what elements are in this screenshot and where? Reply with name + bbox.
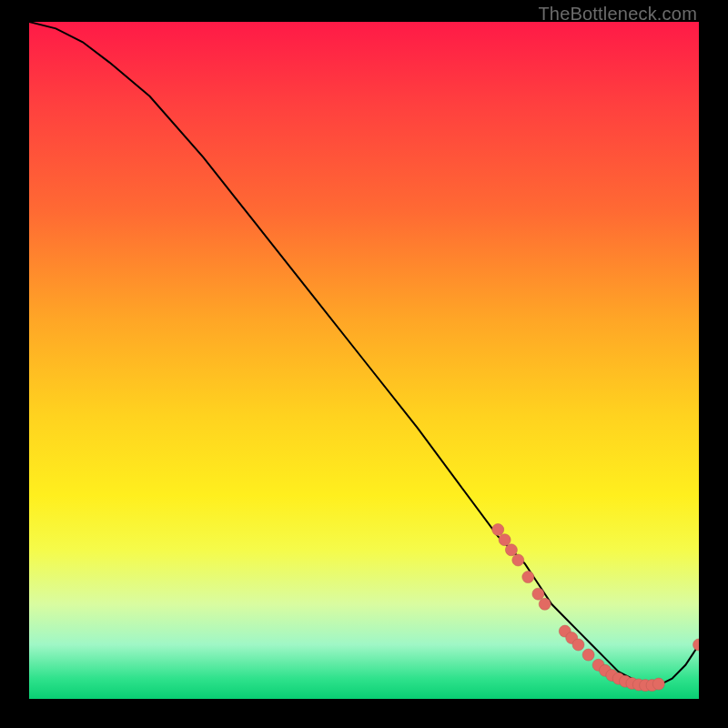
data-marker: [572, 639, 584, 651]
data-marker: [512, 554, 524, 566]
data-marker: [532, 588, 544, 600]
data-marker: [539, 598, 551, 610]
chart-container: TheBottleneck.com: [0, 0, 728, 728]
data-marker: [499, 534, 511, 546]
data-marker: [652, 678, 664, 690]
data-marker: [505, 544, 517, 556]
watermark-text: TheBottleneck.com: [538, 4, 697, 25]
curve-layer: [29, 22, 699, 699]
main-curve: [29, 22, 699, 685]
data-marker: [522, 571, 534, 583]
data-marker: [492, 524, 504, 536]
plot-area: [29, 22, 699, 699]
data-marker: [693, 639, 700, 651]
marker-layer: [492, 524, 699, 692]
data-marker: [582, 649, 594, 661]
